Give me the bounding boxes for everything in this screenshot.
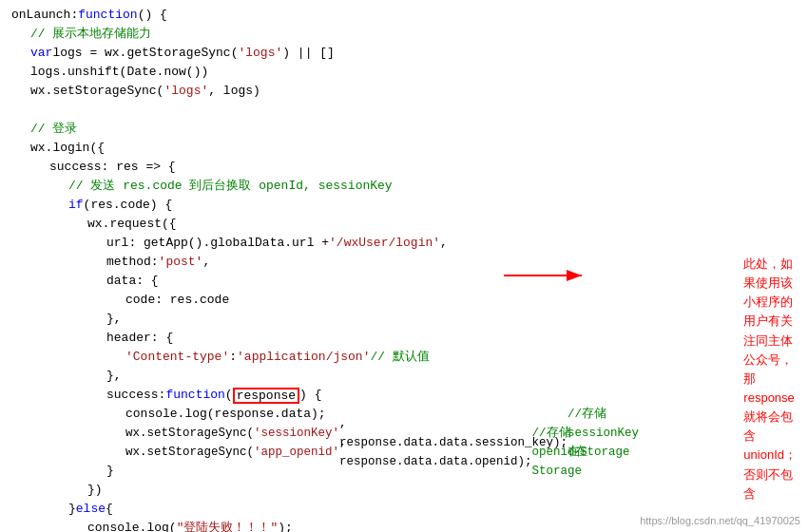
url-label: https://blog.csdn.net/qq_41970025 [640,515,800,526]
code-line-11: if (res.code) { [11,196,597,215]
code-line-17: }, [11,310,597,329]
highlight-response: response [233,388,299,404]
code-line-1: onLaunch: function () { [11,6,597,25]
code-line-2: // 展示本地存储能力 [11,25,597,44]
code-line-5: wx.setStorageSync('logs', logs) [11,82,597,101]
code-line-4: logs.unshift(Date.now()) [11,63,597,82]
annotation-text: 此处，如果使用该小程序的用户有关注同主体公众号，那response就将会包含un… [743,255,797,504]
code-line-3: var logs = wx.getStorageSync('logs') || … [11,44,597,63]
code-line-19: 'Content-type': 'application/json' // 默认… [11,348,597,367]
code-line-8: wx.login({ [11,139,597,158]
code-line-21: success: function (response) { [11,386,597,405]
code-line-24: wx.setStorageSync('app_openid', response… [11,443,597,462]
code-line-28: console.log("登陆失败！！！"); [11,519,597,532]
code-line-13: url: getApp().globalData.url + '/wxUser/… [11,234,597,253]
code-line-12: wx.request({ [11,215,597,234]
code-line-16: code: res.code [11,291,597,310]
code-line-7: // 登录 [11,120,597,139]
code-line-9: success: res => { [11,158,597,177]
code-line-6 [11,101,597,120]
code-line-26: }) [11,481,597,500]
code-line-10: // 发送 res.code 到后台换取 openId, sessionKey [11,177,597,196]
code-container: onLaunch: function () { // 展示本地存储能力 var … [0,0,808,532]
code-line-18: header: { [11,329,597,348]
code-line-20: }, [11,367,597,386]
annotation-arrow [504,264,589,293]
code-line-27: } else { [11,500,597,519]
